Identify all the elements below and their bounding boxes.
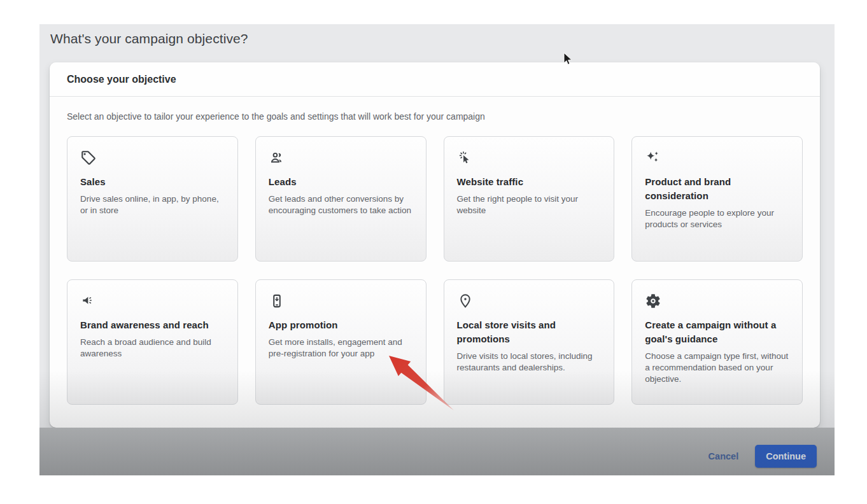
leads-people-icon — [269, 150, 413, 167]
objective-card-website-traffic[interactable]: Website traffic Get the right people to … — [444, 136, 615, 262]
objective-title: Website traffic — [457, 175, 602, 189]
objective-card-product-brand-consideration[interactable]: Product and brand consideration Encourag… — [631, 136, 803, 262]
objective-description: Get more installs, engagement and pre-re… — [269, 337, 413, 360]
objective-description: Reach a broad audience and build awarene… — [80, 337, 225, 360]
app-install-icon — [269, 293, 413, 311]
choose-objective-panel: Choose your objective Select an objectiv… — [50, 62, 820, 428]
panel-header: Choose your objective — [50, 62, 820, 97]
objective-title: Create a campaign without a goal's guida… — [645, 318, 789, 346]
objective-card-app-promotion[interactable]: App promotion Get more installs, engagem… — [255, 279, 426, 405]
objective-title: Product and brand consideration — [645, 175, 789, 203]
cancel-button[interactable]: Cancel — [708, 451, 739, 461]
objective-title: Local store visits and promotions — [457, 318, 602, 346]
tag-icon — [80, 150, 225, 167]
gear-icon — [645, 293, 789, 311]
continue-button[interactable]: Continue — [755, 445, 817, 468]
panel-body: Select an objective to tailor your exper… — [50, 97, 820, 405]
objective-title: Sales — [80, 175, 225, 189]
objective-description: Choose a campaign type first, without a … — [645, 351, 789, 386]
objective-instructions: Select an objective to tailor your exper… — [67, 111, 803, 122]
objective-grid: Sales Drive sales online, in app, by pho… — [67, 136, 803, 405]
objective-description: Drive visits to local stores, including … — [457, 351, 602, 374]
objective-description: Get leads and other conversions by encou… — [269, 193, 413, 216]
sparkles-icon — [645, 150, 789, 167]
action-bar: Cancel Continue — [39, 428, 835, 475]
objective-card-local-store-visits[interactable]: Local store visits and promotions Drive … — [444, 279, 615, 405]
campaign-setup-stage: What's your campaign objective? Choose y… — [39, 24, 835, 475]
objective-description: Get the right people to visit your websi… — [457, 193, 602, 216]
objective-card-sales[interactable]: Sales Drive sales online, in app, by pho… — [67, 136, 238, 262]
megaphone-icon — [80, 293, 225, 311]
objective-title: Leads — [269, 175, 413, 189]
objective-title: Brand awareness and reach — [80, 318, 225, 332]
objective-description: Encourage people to explore your product… — [645, 207, 789, 230]
objective-card-brand-awareness[interactable]: Brand awareness and reach Reach a broad … — [67, 279, 238, 405]
page-title: What's your campaign objective? — [50, 31, 248, 46]
location-pin-icon — [457, 293, 602, 311]
objective-title: App promotion — [269, 318, 413, 332]
cursor-click-icon — [457, 150, 602, 167]
objective-card-leads[interactable]: Leads Get leads and other conversions by… — [255, 136, 426, 262]
objective-description: Drive sales online, in app, by phone, or… — [80, 193, 225, 216]
objective-card-no-goal-guidance[interactable]: Create a campaign without a goal's guida… — [631, 279, 803, 405]
